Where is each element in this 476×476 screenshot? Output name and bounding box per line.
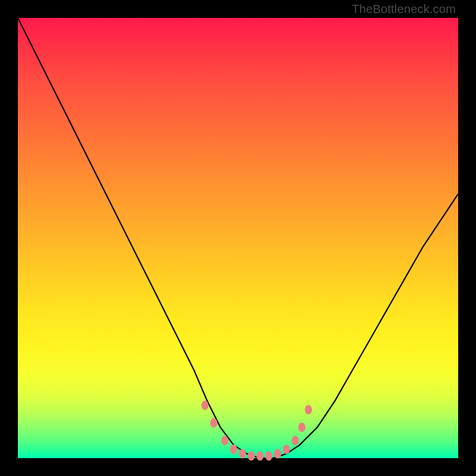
curve-marker — [265, 451, 273, 461]
curve-marker — [256, 451, 264, 461]
curve-marker — [283, 444, 290, 454]
bottleneck-curve-path — [18, 18, 458, 458]
curve-marker — [274, 449, 281, 459]
curve-marker — [248, 451, 255, 461]
curve-marker — [221, 436, 228, 445]
marker-group — [202, 400, 312, 461]
curve-marker — [298, 422, 305, 432]
curve-marker — [202, 400, 209, 410]
curve-marker — [230, 444, 237, 454]
curve-marker — [210, 418, 217, 428]
curve-marker — [292, 436, 299, 445]
chart-frame: TheBottleneck.com — [0, 0, 476, 476]
bottleneck-curve-svg — [18, 18, 458, 458]
curve-marker — [239, 449, 246, 459]
plot-area — [18, 18, 458, 458]
watermark-text: TheBottleneck.com — [352, 2, 456, 16]
curve-marker — [305, 405, 312, 415]
